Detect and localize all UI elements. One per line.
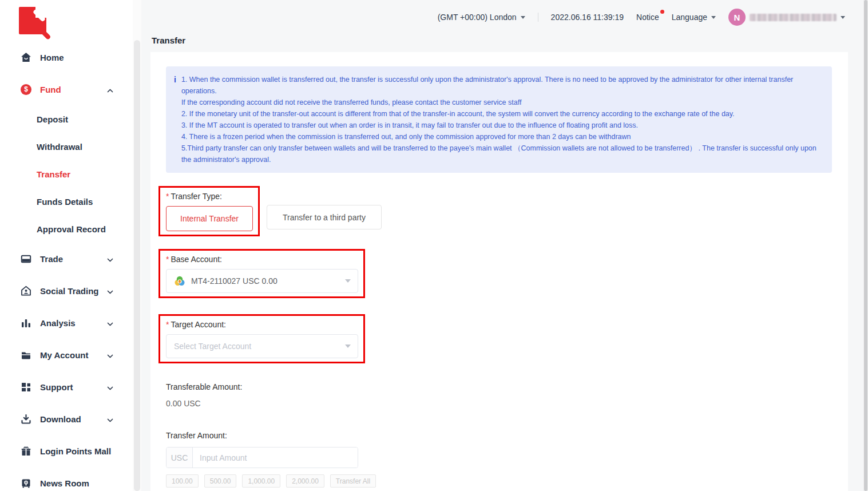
sidebar: Home $ Fund Deposit Withdrawal Transfer … (0, 0, 133, 491)
target-account-placeholder: Select Target Account (174, 342, 345, 351)
info-line: 3. If the MT account is operated to tran… (181, 120, 823, 131)
sidebar-item-label: Deposit (37, 114, 68, 124)
sidebar-item-label: Fund (40, 85, 107, 94)
home-icon (21, 52, 31, 63)
sidebar-item-label: Support (40, 382, 107, 392)
preset-amount-button[interactable]: 100.00 (166, 474, 199, 488)
chevron-down-icon (107, 350, 113, 360)
info-line: 4. There is a frozen period when the com… (181, 131, 823, 142)
main-area: (GMT +00:00) London 2022.06.16 11:39:19 … (141, 0, 863, 491)
third-party-transfer-button[interactable]: Transfer to a third party (267, 205, 382, 229)
info-line: 5.Third party transfer can only transfer… (181, 142, 823, 165)
sidebar-item-fund[interactable]: $ Fund (0, 73, 133, 105)
annotation-box-target-account: *Target Account: Select Target Account (158, 314, 365, 363)
internal-transfer-button[interactable]: Internal Transfer (166, 206, 253, 231)
sidebar-item-label: Withdrawal (37, 142, 82, 152)
sidebar-item-login-points-mall[interactable]: Login Points Mall (0, 435, 133, 467)
sidebar-scrollbar-thumb[interactable] (134, 40, 140, 491)
target-account-select[interactable]: Select Target Account (166, 334, 358, 358)
preset-amount-button[interactable]: 1,000.00 (242, 474, 280, 488)
sidebar-item-label: Funds Details (37, 197, 93, 207)
info-line: 2. If the monetary unit of the transfer-… (181, 108, 823, 120)
notice-badge-dot (660, 10, 664, 14)
page-scrollbar-thumb[interactable] (864, 0, 867, 491)
info-notice-text: 1. When the commission wallet is transfe… (181, 74, 823, 165)
base-account-label: *Base Account: (166, 255, 358, 264)
chevron-down-icon (841, 16, 845, 19)
chevron-down-icon (107, 286, 113, 296)
chevron-down-icon (711, 16, 716, 19)
sidebar-item-label: My Account (40, 350, 107, 360)
annotation-box-transfer-type: *Transfer Type: Internal Transfer (158, 186, 260, 236)
transfer-amount-group: USC (166, 447, 358, 468)
avatar: N (728, 9, 746, 26)
sidebar-item-support[interactable]: Support (0, 371, 133, 403)
target-account-label: *Target Account: (166, 320, 358, 329)
topbar: (GMT +00:00) London 2022.06.16 11:39:19 … (141, 0, 863, 34)
transfer-type-label: *Transfer Type: (166, 192, 253, 201)
required-marker: * (166, 255, 169, 264)
transferable-amount-label: Transferable Amount: (166, 382, 832, 391)
sidebar-item-deposit[interactable]: Deposit (0, 105, 133, 133)
preset-amount-button[interactable]: 500.00 (204, 474, 237, 488)
info-notice-box: i 1. When the commission wallet is trans… (166, 66, 832, 173)
wallet-icon (21, 254, 31, 264)
timezone-selector[interactable]: (GMT +00:00) London (438, 13, 525, 22)
chevron-down-icon (345, 279, 351, 283)
sidebar-item-trade[interactable]: Trade (0, 243, 133, 275)
sidebar-item-label: Analysis (40, 318, 107, 328)
required-marker: * (166, 320, 169, 329)
annotation-box-base-account: *Base Account: MT4-2110027 USC 0.00 (158, 249, 365, 298)
language-label: Language (672, 13, 707, 22)
sidebar-item-label: Approval Record (37, 224, 106, 234)
base-account-select[interactable]: MT4-2110027 USC 0.00 (166, 269, 358, 293)
sidebar-item-my-account[interactable]: My Account (0, 339, 133, 371)
brand-logo-icon[interactable] (19, 7, 46, 34)
sidebar-item-social-trading[interactable]: Social Trading (0, 275, 133, 307)
topbar-divider (538, 13, 538, 22)
timezone-label: (GMT +00:00) London (438, 13, 517, 22)
sidebar-item-analysis[interactable]: Analysis (0, 307, 133, 339)
datetime-label: 2022.06.16 11:39:19 (551, 13, 624, 22)
download-icon (21, 414, 31, 425)
language-selector[interactable]: Language (672, 13, 716, 22)
folder-icon (21, 350, 31, 361)
sidebar-item-label: Download (40, 414, 107, 424)
page-scrollbar[interactable] (863, 0, 868, 491)
info-line: If the corresponding account did not rec… (181, 97, 823, 108)
transfer-card: i 1. When the commission wallet is trans… (150, 52, 848, 491)
sidebar-item-approval-record[interactable]: Approval Record (0, 215, 133, 243)
sidebar-item-home[interactable]: Home (0, 41, 133, 73)
transfer-amount-label: Transfer Amount: (166, 431, 832, 440)
chevron-down-icon (521, 16, 525, 19)
user-menu[interactable]: N (728, 9, 845, 26)
social-trading-icon (21, 286, 31, 296)
sidebar-scrollbar[interactable] (133, 0, 141, 491)
preset-amount-button[interactable]: 2,000.00 (286, 474, 324, 488)
chevron-down-icon (107, 414, 113, 424)
sidebar-item-transfer[interactable]: Transfer (0, 160, 133, 188)
page-title: Transfer (152, 35, 863, 45)
sidebar-item-label: Trade (40, 254, 107, 264)
grid-icon (21, 382, 31, 393)
bar-chart-icon (21, 318, 31, 328)
sidebar-item-news-room[interactable]: News Room (0, 467, 133, 491)
sidebar-item-label: Social Trading (40, 286, 107, 296)
sidebar-item-funds-details[interactable]: Funds Details (0, 188, 133, 215)
notice-label: Notice (636, 13, 659, 22)
info-icon: i (174, 74, 176, 165)
sidebar-item-label: Transfer (37, 169, 70, 179)
base-account-value: MT4-2110027 USC 0.00 (191, 276, 345, 286)
sidebar-item-label: News Room (40, 478, 113, 488)
chevron-down-icon (107, 318, 113, 328)
news-room-icon (21, 478, 31, 489)
notice-button[interactable]: Notice (636, 13, 659, 22)
transfer-all-button[interactable]: Transfer All (330, 474, 376, 488)
transfer-type-row: *Transfer Type: Internal Transfer Transf… (166, 186, 832, 236)
info-line: 1. When the commission wallet is transfe… (181, 74, 823, 97)
amount-input[interactable] (193, 448, 358, 468)
required-marker: * (166, 192, 169, 201)
transferable-amount-value: 0.00 USC (166, 399, 832, 408)
sidebar-item-download[interactable]: Download (0, 403, 133, 435)
sidebar-item-withdrawal[interactable]: Withdrawal (0, 133, 133, 160)
